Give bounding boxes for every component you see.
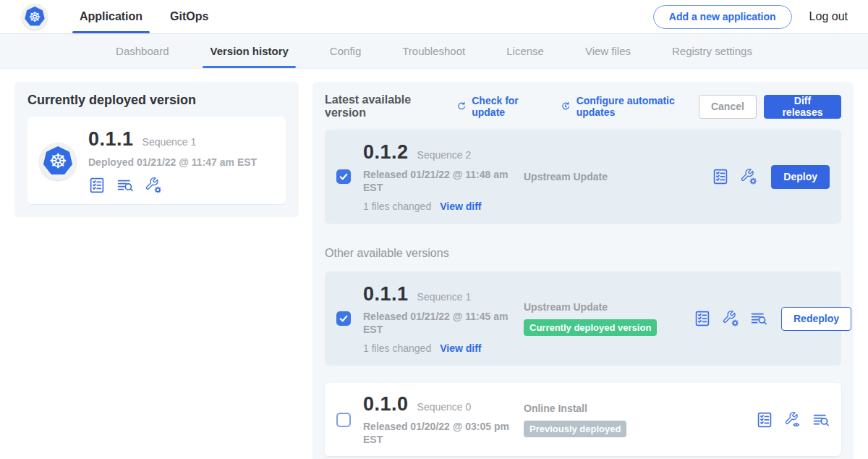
navbar-tab-gitops[interactable]: GitOps [161,0,217,33]
tab-registry-settings[interactable]: Registry settings [672,34,752,68]
view-files-diff-icon[interactable] [812,411,830,429]
version-checkbox[interactable] [336,311,351,326]
view-files-diff-icon[interactable] [750,310,767,327]
available-versions-panel: Latest available version Check for updat… [312,82,854,459]
check-for-update-label: Check for update [472,95,544,118]
currently-deployed-title: Currently deployed version [27,93,286,108]
logout-button[interactable]: Log out [809,10,848,23]
deployed-version-number: 0.1.1 [88,128,134,151]
currently-deployed-badge: Currently deployed version [524,319,657,336]
top-navbar: ☸ Application GitOps Add a new applicati… [0,0,868,34]
cancel-button[interactable]: Cancel [699,95,757,119]
preflight-checklist-icon[interactable] [712,168,729,185]
version-source-label: Upstream Update [524,301,694,313]
kubernetes-logo-icon: ☸ [22,4,48,30]
navbar-tab-application[interactable]: Application [71,0,151,33]
tab-version-history[interactable]: Version history [210,34,288,68]
navbar-tab-application-label: Application [80,10,142,23]
other-available-versions-label: Other available versions [325,247,841,260]
configure-automatic-updates-link[interactable]: Configure automatic updates [560,95,699,118]
version-number: 0.1.2 [363,141,409,164]
clock-refresh-icon [560,100,571,113]
files-changed-label: 1 files changed [363,201,431,212]
previously-deployed-badge: Previously deployed [524,421,626,437]
deployed-sequence-label: Sequence 1 [142,136,197,148]
add-new-application-button[interactable]: Add a new application [653,5,792,29]
checkmark-icon [338,313,349,324]
version-number: 0.1.0 [363,393,409,416]
preflight-checklist-icon[interactable] [88,177,106,194]
app-subnav: Dashboard Version history Config Trouble… [0,34,868,69]
tab-view-files[interactable]: View files [585,34,631,68]
version-source-label: Online Install [524,403,694,414]
view-files-diff-icon[interactable] [116,177,134,194]
view-config-wrench-eye-icon[interactable] [784,411,801,429]
view-diff-link[interactable]: View diff [440,342,481,354]
tab-troubleshoot[interactable]: Troubleshoot [402,34,465,68]
sequence-label: Sequence 2 [417,149,472,161]
navbar-tab-gitops-label: GitOps [170,10,208,23]
deployed-version-card: ☸ 0.1.1 Sequence 1 Deployed 01/21/22 @ 1… [27,117,286,204]
edit-config-wrench-gear-icon[interactable] [740,168,757,185]
sequence-label: Sequence 0 [417,401,472,413]
diff-releases-button[interactable]: Diff releases [764,95,841,119]
sequence-label: Sequence 1 [417,291,472,303]
version-source-label: Upstream Update [524,171,694,182]
checkmark-icon [338,171,349,182]
version-history-page: Currently deployed version ☸ 0.1.1 Seque… [0,69,868,459]
tab-config[interactable]: Config [330,34,361,68]
released-timestamp: Released 01/20/22 @ 03:05 pm EST [363,421,509,446]
released-timestamp: Released 01/21/22 @ 11:45 am EST [363,311,509,336]
version-row-0-1-0: 0.1.0 Sequence 0 Released 01/20/22 @ 03:… [325,383,841,456]
preflight-checklist-icon[interactable] [756,411,773,429]
files-changed-label: 1 files changed [363,342,431,354]
version-row-0-1-1: 0.1.1 Sequence 1 Released 01/21/22 @ 11:… [325,271,841,366]
view-diff-link[interactable]: View diff [440,201,481,212]
version-checkbox[interactable] [336,413,351,427]
app-logo-kubernetes-icon: ☸ [39,143,77,180]
check-for-update-link[interactable]: Check for update [456,95,544,118]
version-row-0-1-2: 0.1.2 Sequence 2 Released 01/21/22 @ 11:… [325,130,841,224]
edit-config-wrench-gear-icon[interactable] [145,177,162,194]
version-number: 0.1.1 [363,283,409,306]
tab-license[interactable]: License [506,34,544,68]
deploy-button[interactable]: Deploy [771,165,830,189]
preflight-checklist-icon[interactable] [694,310,711,327]
configure-automatic-updates-label: Configure automatic updates [576,95,699,118]
released-timestamp: Released 01/21/22 @ 11:48 am EST [363,169,509,194]
redeploy-button[interactable]: Redeploy [781,307,851,331]
latest-available-title: Latest available version [325,93,440,119]
edit-config-wrench-gear-icon[interactable] [722,310,739,327]
refresh-icon [456,100,467,113]
version-checkbox[interactable] [336,169,351,184]
deployed-timestamp: Deployed 01/21/22 @ 11:47 am EST [88,156,257,168]
tab-dashboard[interactable]: Dashboard [116,34,169,68]
currently-deployed-panel: Currently deployed version ☸ 0.1.1 Seque… [14,82,299,217]
